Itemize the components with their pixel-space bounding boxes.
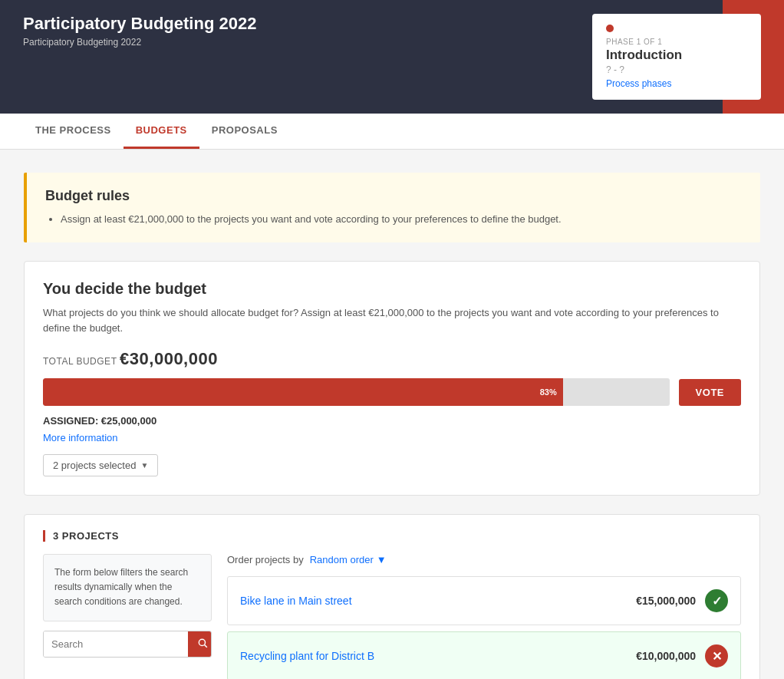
project-name-2[interactable]: Recycling plant for District B	[240, 650, 374, 662]
phase-label: PHASE 1 OF 1	[606, 38, 747, 46]
project-cost-1: €15,000,000	[636, 595, 696, 607]
total-budget-label: TOTAL BUDGET €30,000,000	[43, 349, 741, 369]
progress-pct: 83%	[540, 387, 557, 397]
svg-point-0	[199, 639, 205, 645]
projects-selected-label: 2 projects selected	[53, 460, 136, 471]
header: Participatory Budgeting 2022 Participato…	[0, 0, 784, 114]
assigned-label: ASSIGNED:	[43, 415, 98, 427]
phase-card: PHASE 1 OF 1 Introduction ? - ? Process …	[592, 14, 761, 100]
projects-layout: The form below filters the search result…	[43, 554, 741, 679]
app-subtitle: Participatory Budgeting 2022	[23, 37, 256, 48]
project-right-1: €15,000,000 ✓	[636, 589, 728, 612]
header-title-block: Participatory Budgeting 2022 Participato…	[23, 14, 256, 48]
budget-card-description: What projects do you think we should all…	[43, 305, 741, 338]
projects-heading: 3 PROJECTS	[43, 530, 741, 542]
phase-title: Introduction	[606, 48, 747, 63]
projects-section: 3 PROJECTS The form below filters the se…	[24, 514, 760, 679]
project-toggle-btn-2[interactable]: ✕	[705, 644, 728, 667]
main-content: Budget rules Assign at least €21,000,000…	[8, 173, 776, 679]
phase-link[interactable]: Process phases	[606, 78, 671, 89]
project-right-2: €10,000,000 ✕	[636, 644, 728, 667]
order-row: Order projects by Random order ▼	[227, 554, 741, 565]
nav-item-proposals[interactable]: PROPOSALS	[199, 114, 290, 149]
order-dropdown[interactable]: Random order ▼	[310, 554, 387, 565]
projects-selected-dropdown[interactable]: 2 projects selected ▼	[43, 454, 158, 476]
budget-rules-box: Budget rules Assign at least €21,000,000…	[24, 173, 760, 242]
filter-info-text: The form below filters the search result…	[43, 554, 212, 621]
assigned-amount: €25,000,000	[101, 415, 156, 427]
budget-card: You decide the budget What projects do y…	[24, 261, 760, 496]
search-input[interactable]	[44, 631, 188, 657]
budget-card-title: You decide the budget	[43, 280, 741, 298]
search-row	[43, 631, 212, 658]
project-item-1: Bike lane in Main street €15,000,000 ✓	[227, 576, 741, 625]
phase-dot	[606, 25, 614, 32]
project-cost-2: €10,000,000	[636, 650, 696, 662]
order-by-label: Order projects by	[227, 554, 304, 565]
filter-panel: The form below filters the search result…	[43, 554, 212, 679]
search-button[interactable]	[188, 631, 212, 657]
total-budget-amount: €30,000,000	[120, 349, 218, 368]
order-by-value: Random order	[310, 554, 374, 565]
phase-dates: ? - ?	[606, 64, 747, 75]
order-dropdown-chevron-icon: ▼	[377, 554, 387, 565]
nav-item-budgets[interactable]: BUDGETS	[124, 114, 199, 149]
vote-button[interactable]: VOTE	[679, 379, 741, 406]
more-info-link[interactable]: More information	[43, 432, 118, 443]
budget-rules-title: Budget rules	[45, 188, 742, 204]
assigned-row: ASSIGNED: €25,000,000	[43, 415, 741, 427]
chevron-down-icon: ▼	[140, 461, 148, 470]
main-nav: THE PROCESS BUDGETS PROPOSALS	[0, 114, 784, 150]
project-toggle-btn-1[interactable]: ✓	[705, 589, 728, 612]
progress-bar-fill: 83%	[43, 378, 563, 406]
progress-bar-container: 83%	[43, 378, 670, 406]
app-title: Participatory Budgeting 2022	[23, 14, 256, 34]
budget-rule-item: Assign at least €21,000,000 to the proje…	[61, 212, 742, 227]
nav-item-the-process[interactable]: THE PROCESS	[23, 114, 124, 149]
search-icon	[197, 638, 208, 648]
project-name-1[interactable]: Bike lane in Main street	[240, 595, 352, 607]
progress-row: 83% VOTE	[43, 378, 741, 406]
projects-list: Order projects by Random order ▼ Bike la…	[227, 554, 741, 679]
svg-line-1	[205, 644, 207, 647]
project-item-2: Recycling plant for District B €10,000,0…	[227, 631, 741, 679]
